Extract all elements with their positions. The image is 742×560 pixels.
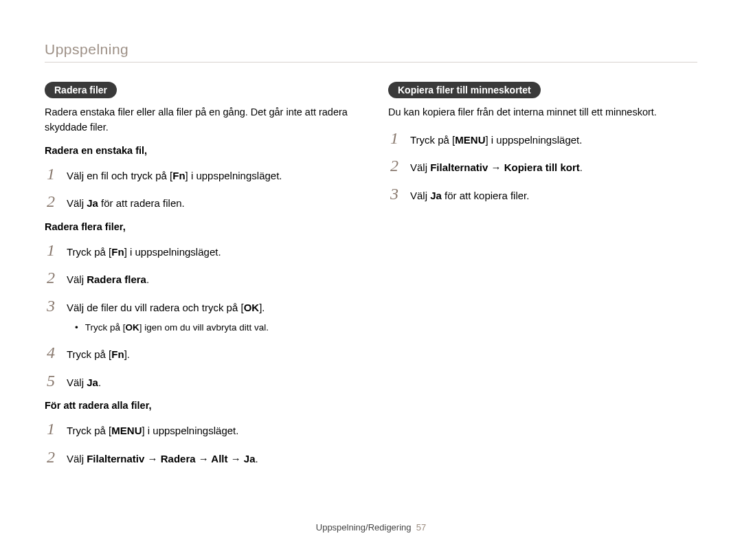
step-number: 5 <box>45 372 57 389</box>
step-item: 2 Välj Filalternativ → Radera → Allt → J… <box>45 449 354 467</box>
subtitle-delete-all: För att radera alla filer, <box>45 400 354 411</box>
step-text: Välj Filalternativ → Kopiera till kort. <box>410 160 583 176</box>
content-columns: Radera filer Radera enstaka filer eller … <box>45 82 697 476</box>
step-item: 3 Välj de filer du vill radera och tryck… <box>45 298 354 316</box>
step-item: 3 Välj Ja för att kopiera filer. <box>388 186 697 204</box>
step-text: Tryck på [MENU] i uppspelningsläget. <box>410 133 582 148</box>
step-number: 2 <box>388 157 401 174</box>
step-number: 4 <box>45 344 57 361</box>
pill-copy-files: Kopiera filer till minneskortet <box>388 82 541 98</box>
step-number: 1 <box>45 242 57 258</box>
sub-bullet-text: Tryck på [OK] igen om du vill avbryta di… <box>85 321 269 335</box>
step-item: 4 Tryck på [Fn]. <box>45 344 354 363</box>
step-text: Välj en fil och tryck på [Fn] i uppspeln… <box>67 168 282 184</box>
steps-copy: 1 Tryck på [MENU] i uppspelningsläget. 2… <box>388 130 697 204</box>
page-number: 57 <box>416 522 426 533</box>
pill-delete-files: Radera filer <box>45 82 117 98</box>
step-item: 2 Välj Filalternativ → Kopiera till kort… <box>388 157 697 176</box>
step-text: Välj Filalternativ → Radera → Allt → Ja. <box>67 451 258 467</box>
section-header: Uppspelning <box>45 41 697 63</box>
step-item: 2 Välj Radera flera. <box>45 269 354 288</box>
step-text: Tryck på [Fn] i uppspelningsläget. <box>67 245 221 260</box>
steps-delete-multiple: 1 Tryck på [Fn] i uppspelningsläget. 2 V… <box>45 242 354 316</box>
subtitle-delete-multiple: Radera flera filer, <box>45 221 354 232</box>
step-number: 2 <box>45 269 57 286</box>
subtitle-delete-single: Radera en enstaka fil, <box>45 145 354 156</box>
step-number: 3 <box>45 298 57 314</box>
step-number: 2 <box>45 449 57 465</box>
step-number: 1 <box>45 166 57 182</box>
sub-bullet: Tryck på [OK] igen om du vill avbryta di… <box>75 321 354 335</box>
step-text: Tryck på [Fn]. <box>67 347 130 363</box>
right-column: Kopiera filer till minneskortet Du kan k… <box>388 82 697 476</box>
step-text: Välj Ja för att kopiera filer. <box>410 188 529 204</box>
step-text: Välj de filer du vill radera och tryck p… <box>67 300 265 316</box>
step-item: 2 Välj Ja för att radera filen. <box>45 193 354 212</box>
step-item: 1 Välj en fil och tryck på [Fn] i uppspe… <box>45 166 354 184</box>
step-item: 1 Tryck på [MENU] i uppspelningsläget. <box>45 421 354 439</box>
delete-intro: Radera enstaka filer eller alla filer på… <box>45 105 354 135</box>
left-column: Radera filer Radera enstaka filer eller … <box>45 82 354 476</box>
step-item: 1 Tryck på [Fn] i uppspelningsläget. <box>45 242 354 260</box>
step-text: Välj Ja för att radera filen. <box>67 196 185 212</box>
step-text: Välj Ja. <box>67 375 101 391</box>
step-number: 3 <box>388 186 401 202</box>
step-number: 1 <box>45 421 57 437</box>
page-footer: Uppspelning/Redigering 57 <box>0 522 742 533</box>
steps-delete-single: 1 Välj en fil och tryck på [Fn] i uppspe… <box>45 166 354 212</box>
step-text: Tryck på [MENU] i uppspelningsläget. <box>67 423 238 439</box>
step-text: Välj Radera flera. <box>67 272 149 288</box>
step-item: 1 Tryck på [MENU] i uppspelningsläget. <box>388 130 697 148</box>
steps-delete-multiple-cont: 4 Tryck på [Fn]. 5 Välj Ja. <box>45 344 354 390</box>
footer-label: Uppspelning/Redigering <box>316 522 412 533</box>
step-number: 2 <box>45 193 57 210</box>
step-number: 1 <box>388 130 401 146</box>
steps-delete-all: 1 Tryck på [MENU] i uppspelningsläget. 2… <box>45 421 354 467</box>
step-item: 5 Välj Ja. <box>45 372 354 391</box>
copy-intro: Du kan kopiera filer från det interna mi… <box>388 105 697 120</box>
